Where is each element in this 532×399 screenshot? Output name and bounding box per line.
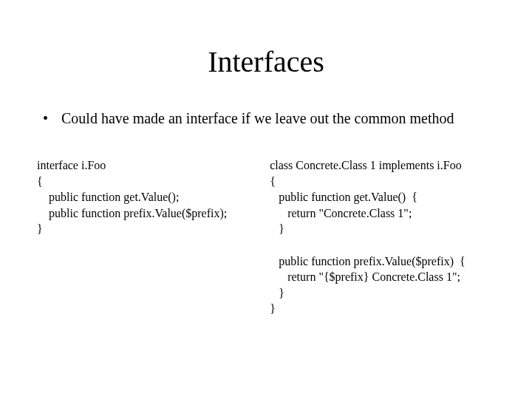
code-line: { xyxy=(37,175,43,188)
code-line: class Concrete.Class 1 implements i.Foo xyxy=(270,159,462,171)
code-line: return "Concrete.Class 1"; xyxy=(270,207,412,219)
code-line: public function prefix.Value($prefix) { xyxy=(270,255,465,267)
bullet-text: Could have made an interface if we leave… xyxy=(61,109,454,128)
code-line: public function get.Value(); xyxy=(37,191,179,203)
slide-title: Interfaces xyxy=(37,44,495,79)
code-line: public function get.Value() { xyxy=(270,191,417,203)
code-line: } xyxy=(270,302,276,315)
code-line: { xyxy=(270,175,276,188)
code-right: class Concrete.Class 1 implements i.Foo … xyxy=(270,157,517,317)
code-line: } xyxy=(270,287,284,299)
bullet-item: • Could have made an interface if we lea… xyxy=(37,109,495,128)
code-left: interface i.Foo { public function get.Va… xyxy=(37,157,248,317)
bullet-marker: • xyxy=(43,109,48,128)
slide: Interfaces • Could have made an interfac… xyxy=(0,0,532,399)
code-line: interface i.Foo xyxy=(37,159,106,171)
code-line: } xyxy=(270,222,284,235)
code-line: } xyxy=(37,222,43,235)
code-columns: interface i.Foo { public function get.Va… xyxy=(37,157,495,317)
code-line: public function prefix.Value($prefix); xyxy=(37,207,227,219)
code-line: return "{$prefix} Concrete.Class 1"; xyxy=(270,270,460,283)
